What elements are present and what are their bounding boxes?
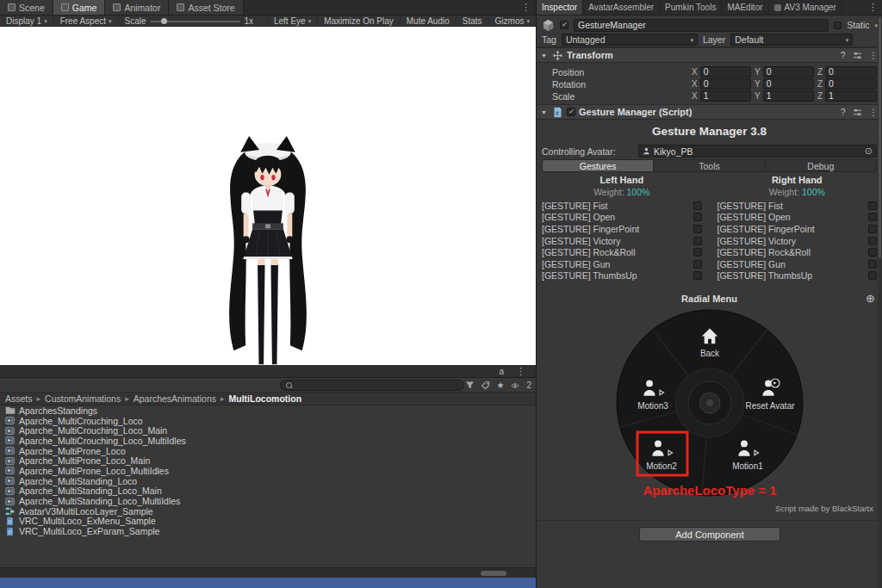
tab-av3-manager[interactable]: AV3 Manager (769, 0, 842, 15)
filter-icon[interactable] (465, 381, 475, 390)
file-row[interactable]: Aparche_MultiStanding_Loco (0, 476, 536, 486)
tab-animator[interactable]: Animator (105, 0, 169, 15)
gesture-checkbox[interactable] (693, 237, 702, 245)
search-input[interactable] (296, 381, 458, 390)
help-icon[interactable]: ? (841, 107, 846, 117)
mute-audio-toggle[interactable]: Mute Audio (400, 15, 456, 26)
stats-toggle[interactable]: Stats (456, 15, 488, 26)
more-options-icon[interactable]: ⋮ (511, 366, 531, 377)
file-row[interactable]: Aparche_MultiCrouching_Loco_Main (0, 425, 536, 436)
file-row[interactable]: VRC_MultiLoco_ExMenu_Sample (0, 517, 536, 527)
file-row[interactable]: Aparche_MultiStanding_Loco_Main (0, 486, 536, 497)
gesture-checkbox[interactable] (693, 201, 702, 210)
file-row[interactable]: Aparche_MultiStanding_Loco_MultiIdles (0, 496, 536, 506)
eye-dropdown[interactable]: Left Eye▾ (267, 15, 317, 26)
rotation-z-field[interactable]: 0 (825, 78, 877, 90)
favorites-icon[interactable]: ★ (496, 381, 504, 390)
gesture-checkbox[interactable] (868, 248, 877, 257)
aspect-dropdown[interactable]: Free Aspect▾ (53, 15, 118, 26)
presets-icon[interactable] (853, 51, 862, 60)
more-options-icon[interactable]: ⋮ (869, 50, 879, 60)
controlling-avatar-label: Controlling Avatar: (542, 146, 638, 157)
object-picker-icon[interactable]: ⊙ (865, 146, 873, 156)
rotation-x-field[interactable]: 0 (700, 78, 751, 90)
eye-icon[interactable] (510, 381, 520, 390)
presets-icon[interactable] (853, 108, 862, 117)
scale-y-field[interactable]: 1 (763, 90, 814, 102)
gesture-checkbox[interactable] (693, 225, 702, 233)
static-checkbox[interactable] (834, 22, 842, 29)
controlling-avatar-field[interactable]: Kikyo_PB ⊙ (638, 145, 877, 158)
active-checkbox[interactable]: ✓ (560, 21, 568, 29)
gesture-checkbox[interactable] (868, 271, 877, 280)
tab-gestures[interactable]: Gestures (542, 159, 654, 172)
file-row[interactable]: AparchesStandings (0, 405, 536, 416)
more-options-icon[interactable]: ⋮ (863, 0, 882, 15)
gesture-checkbox[interactable] (693, 248, 702, 257)
tab-label: Asset Store (188, 3, 234, 13)
tag-dropdown[interactable]: Untagged▾ (562, 34, 698, 46)
help-icon[interactable]: ? (841, 50, 846, 60)
file-row[interactable]: Aparche_MultiProne_Loco (0, 446, 536, 456)
tab-inspector[interactable]: Inspector (537, 0, 583, 15)
file-row[interactable]: Aparche_MultiProne_Loco_MultiIdles (0, 466, 536, 476)
tab-debug[interactable]: Debug (766, 159, 877, 172)
gesture-checkbox[interactable] (693, 260, 702, 269)
tab-tools[interactable]: Tools (654, 159, 765, 172)
scale-x-field[interactable]: 1 (700, 90, 751, 102)
tab-maeditor[interactable]: MAEditor (722, 0, 768, 15)
layer-dropdown[interactable]: Default▾ (730, 34, 853, 46)
file-row[interactable]: AvatarV3MultiLocoLayer_Sample (0, 506, 536, 517)
tab-asset-store[interactable]: Asset Store (169, 0, 243, 15)
enabled-checkbox[interactable]: ✓ (567, 108, 575, 116)
gesture-checkbox[interactable] (868, 237, 877, 245)
position-x-field[interactable]: 0 (700, 66, 751, 77)
svg-text:#: # (556, 109, 559, 115)
file-row[interactable]: Aparche_MultiProne_Loco_Main (0, 455, 536, 466)
gesture-checkbox[interactable] (868, 213, 877, 221)
breadcrumb-item[interactable]: CustomAnimations (45, 393, 121, 404)
scrollbar-thumb[interactable] (481, 571, 506, 576)
search-box[interactable] (280, 380, 464, 391)
gesture-checkbox[interactable] (868, 260, 877, 269)
tab-pumkin-tools[interactable]: Pumkin Tools (660, 0, 722, 15)
gameobject-name-input[interactable] (574, 19, 829, 32)
rotation-y-field[interactable]: 0 (763, 78, 814, 90)
gesture-checkbox[interactable] (868, 225, 877, 233)
file-row[interactable]: Aparche_MultiCrouching_Loco_MultiIdles (0, 436, 536, 446)
horizontal-scrollbar[interactable] (0, 567, 536, 578)
position-z-field[interactable]: 0 (825, 66, 877, 77)
scale-z-field[interactable]: 1 (825, 90, 877, 102)
slider-thumb[interactable] (161, 18, 167, 24)
file-name: Aparche_MultiCrouching_Loco_MultiIdles (19, 436, 186, 446)
gesture-checkbox[interactable] (868, 201, 877, 210)
display-dropdown[interactable]: Display 1▾ (0, 15, 53, 26)
more-options-icon[interactable]: ⋮ (869, 107, 879, 117)
position-y-field[interactable]: 0 (763, 66, 814, 77)
foldout-icon[interactable]: ▼ (541, 53, 549, 59)
text-icon[interactable]: a (499, 367, 504, 376)
tab-scene[interactable]: Scene (0, 0, 53, 15)
game-view[interactable] (0, 27, 536, 365)
add-radial-item-icon[interactable]: ⊕ (866, 292, 875, 306)
add-component-button[interactable]: Add Component (639, 527, 780, 542)
label-icon[interactable] (481, 381, 490, 390)
scale-slider[interactable] (151, 15, 240, 27)
breadcrumb-item[interactable]: Assets (5, 393, 33, 404)
file-row[interactable]: VRC_MultiLoco_ExParam_Sample (0, 526, 536, 536)
more-options-icon[interactable]: ⋮ (516, 0, 536, 15)
gizmos-dropdown[interactable]: Gizmos▾ (488, 15, 536, 26)
breadcrumb-item[interactable]: AparchesAnimations (134, 393, 216, 404)
file-row[interactable]: Aparche_MultiCrouching_Loco (0, 416, 536, 426)
tab-game[interactable]: Game (53, 0, 106, 15)
gesture-checkbox[interactable] (693, 213, 702, 221)
transform-header[interactable]: ▼ Transform ? ⋮ (537, 47, 882, 63)
gesture-manager-header[interactable]: ▼ # ✓ Gesture Manager (Script) ? ⋮ (537, 104, 882, 120)
breadcrumb-item-current[interactable]: MultiLocomotion (229, 393, 302, 404)
inspector-scrollbar[interactable] (878, 15, 882, 588)
gesture-checkbox[interactable] (693, 271, 702, 280)
maximize-on-play-toggle[interactable]: Maximize On Play (317, 15, 400, 26)
tab-avatar-assembler[interactable]: AvatarAssembler (583, 0, 660, 15)
scrollbar-thumb[interactable] (879, 17, 881, 258)
foldout-icon[interactable]: ▼ (541, 109, 549, 115)
